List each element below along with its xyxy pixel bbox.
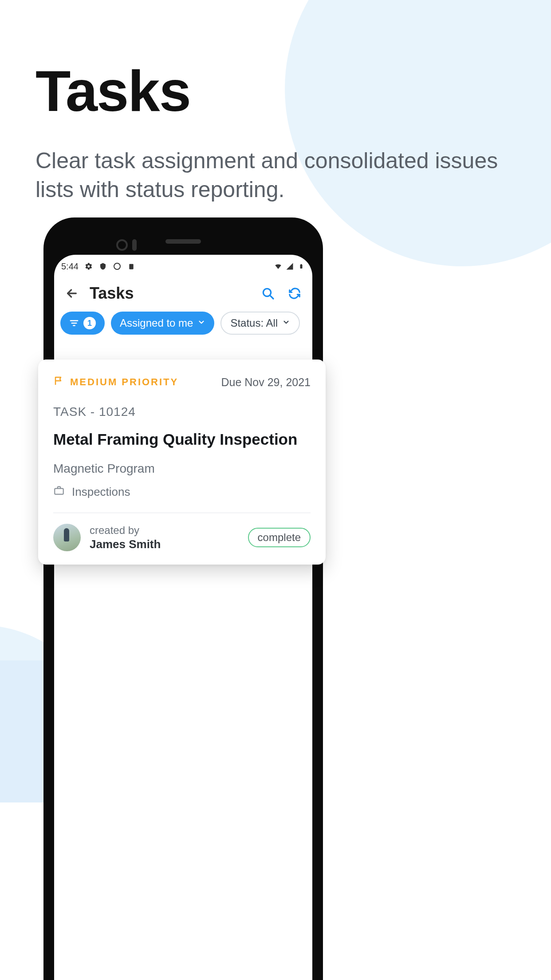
status-bar: 5:44 (54, 257, 312, 276)
svg-rect-0 (129, 264, 133, 269)
phone-camera-icon (116, 239, 128, 251)
back-arrow-icon[interactable] (63, 285, 81, 302)
filter-row: 1 Assigned to me Status: All (54, 307, 312, 344)
status-badge: complete (248, 528, 311, 547)
filter-count-badge: 1 (83, 317, 96, 329)
svg-rect-5 (55, 489, 63, 494)
hero-subtitle: Clear task assignment and consolidated i… (35, 146, 515, 204)
divider (53, 513, 311, 513)
svg-point-3 (263, 288, 271, 296)
battery-icon (297, 262, 305, 270)
svg-rect-1 (300, 265, 303, 269)
creator-info: created by James Smith (53, 524, 161, 551)
status-filter-chip[interactable]: Status: All (220, 312, 300, 335)
task-program: Magnetic Program (53, 462, 311, 476)
briefcase-icon (53, 485, 65, 499)
signal-icon (286, 262, 294, 270)
assigned-to-me-label: Assigned to me (120, 317, 193, 329)
task-title: Metal Framing Quality Inspection (53, 431, 311, 448)
task-card-header: MEDIUM PRIORITY Due Nov 29, 2021 (53, 375, 311, 389)
task-id: TASK - 10124 (53, 405, 311, 419)
due-date: Due Nov 29, 2021 (221, 376, 311, 389)
task-category-label: Inspections (72, 485, 130, 499)
hero-section: Tasks Clear task assignment and consolid… (0, 0, 551, 204)
search-icon[interactable] (259, 285, 277, 302)
status-time: 5:44 (61, 261, 79, 272)
circle-icon (113, 262, 121, 270)
task-card-featured[interactable]: MEDIUM PRIORITY Due Nov 29, 2021 TASK - … (38, 360, 326, 565)
priority-label: MEDIUM PRIORITY (70, 376, 178, 388)
chevron-down-icon (197, 318, 205, 328)
phone-mockup: 5:44 (43, 217, 323, 980)
avatar (53, 524, 81, 551)
creator-name: James Smith (90, 537, 161, 551)
priority-badge: MEDIUM PRIORITY (53, 375, 178, 389)
task-category-row: Inspections (53, 485, 311, 499)
filter-count-chip[interactable]: 1 (60, 312, 105, 335)
gear-icon (85, 262, 93, 270)
created-by-label: created by (90, 524, 161, 537)
hero-title: Tasks (35, 58, 516, 124)
status-filter-label: Status: All (230, 317, 278, 329)
app-bar: Tasks (54, 276, 312, 307)
wifi-icon (274, 262, 282, 270)
status-bar-right (274, 262, 305, 270)
svg-rect-2 (301, 264, 302, 265)
card-icon (127, 262, 135, 270)
status-bar-left: 5:44 (61, 261, 135, 272)
sync-icon[interactable] (286, 285, 303, 302)
task-card-footer: created by James Smith complete (53, 524, 311, 551)
phone-speaker-icon (165, 239, 201, 244)
shield-icon (99, 262, 107, 270)
phone-notch (54, 228, 312, 255)
assigned-to-me-chip[interactable]: Assigned to me (111, 312, 214, 335)
chevron-down-icon (282, 318, 290, 328)
phone-sensor-icon (132, 239, 137, 251)
decorative-block-left (0, 660, 44, 802)
filter-icon (69, 318, 79, 328)
flag-icon (53, 375, 64, 389)
creator-text: created by James Smith (90, 524, 161, 551)
app-bar-title: Tasks (90, 284, 250, 303)
